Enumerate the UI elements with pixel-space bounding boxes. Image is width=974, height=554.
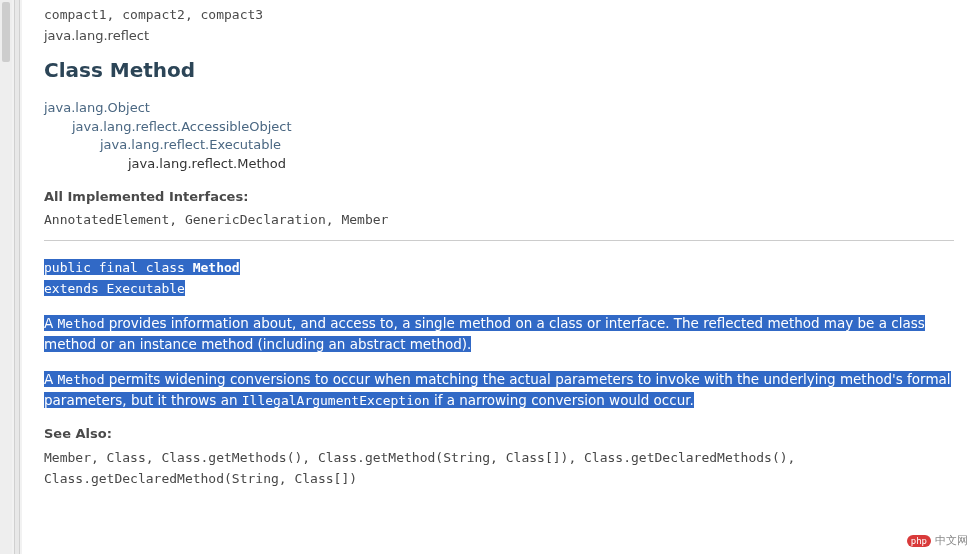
watermark-text: 中文网 (935, 533, 968, 548)
package-name: java.lang.reflect (44, 27, 954, 46)
description-paragraph-1: A Method provides information about, and… (44, 313, 954, 355)
decl-class-name: Method (193, 260, 240, 275)
implemented-interfaces-list: AnnotatedElement, GenericDeclaration, Me… (44, 211, 954, 230)
frame-splitter[interactable] (14, 0, 20, 554)
decl-extends: extends Executable (44, 281, 185, 296)
compact-profiles: compact1, compact2, compact3 (44, 6, 954, 25)
watermark: php 中文网 (907, 533, 968, 548)
class-declaration: public final class Method extends Execut… (44, 257, 954, 299)
frame-scrollbar-thumb[interactable] (2, 2, 10, 62)
section-divider (44, 240, 954, 241)
see-also-section: See Also: Member, Class, Class.getMethod… (44, 425, 954, 489)
description-paragraph-2: A Method permits widening conversions to… (44, 369, 954, 411)
watermark-logo: php (907, 535, 931, 547)
class-title: Class Method (44, 56, 954, 85)
hierarchy-level-4: java.lang.reflect.Method (44, 155, 954, 174)
compact-profiles-text: compact1, compact2, compact3 (44, 7, 263, 22)
decl-modifiers: public final class (44, 260, 193, 275)
hierarchy-level-1[interactable]: java.lang.Object (44, 99, 954, 118)
frame-scrollbar-track[interactable] (0, 0, 12, 554)
hierarchy-level-2[interactable]: java.lang.reflect.AccessibleObject (44, 118, 954, 137)
hierarchy-level-3[interactable]: java.lang.reflect.Executable (44, 136, 954, 155)
see-also-label: See Also: (44, 425, 954, 444)
javadoc-content: compact1, compact2, compact3 java.lang.r… (22, 0, 974, 554)
type-hierarchy: java.lang.Object java.lang.reflect.Acces… (44, 99, 954, 174)
see-also-list: Member, Class, Class.getMethods(), Class… (44, 448, 954, 490)
implemented-interfaces-label: All Implemented Interfaces: (44, 188, 954, 207)
